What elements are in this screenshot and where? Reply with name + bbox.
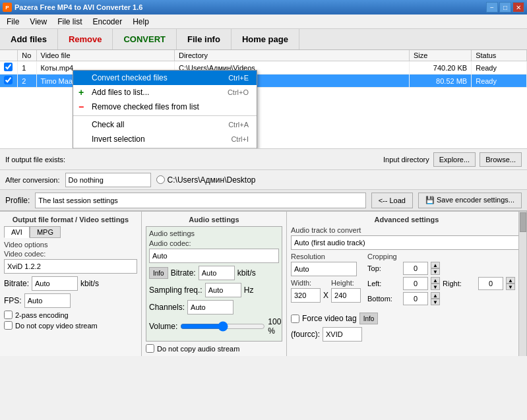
volume-slider[interactable]	[180, 321, 265, 332]
convert-button[interactable]: CONVERT	[113, 29, 177, 49]
no-copy-audio-label: Do not copy audio stream	[157, 345, 239, 353]
video-codec-label: Video codec:	[4, 250, 137, 258]
radio-input-dir[interactable]	[156, 175, 165, 184]
ctx-convert-checked[interactable]: Convert checked files Ctrl+E	[73, 71, 257, 85]
ctx-convert-label: Convert checked files	[92, 73, 168, 82]
tab-avi[interactable]: AVI	[4, 226, 30, 238]
ctx-invert-selection[interactable]: Invert selection Ctrl+I	[73, 132, 257, 146]
left-input[interactable]	[403, 277, 428, 290]
audio-panel-title: Audio settings	[146, 216, 282, 224]
top-down-button[interactable]: ▼	[431, 268, 440, 275]
output-panel-title: Output file format / Video settings	[4, 216, 137, 224]
menu-view[interactable]: View	[24, 16, 52, 28]
channels-row: Channels: Auto	[149, 300, 279, 315]
after-conversion-row: After conversion: Do nothing Open output…	[0, 170, 527, 190]
maximize-button[interactable]: □	[499, 2, 511, 13]
minus-icon: −	[78, 102, 84, 112]
top-label: Top:	[367, 264, 400, 272]
row-status: Ready	[472, 61, 527, 75]
load-profile-button[interactable]: <-- Load	[371, 193, 413, 208]
x-separator: X	[323, 291, 328, 300]
audio-codec-select[interactable]: Auto	[149, 249, 279, 263]
fps-label: FPS:	[4, 296, 22, 305]
col-header-file: Video file	[36, 50, 174, 61]
row-checkbox-2[interactable]	[4, 76, 13, 84]
bottom-down-button[interactable]: ▼	[431, 299, 440, 305]
plus-icon: +	[78, 87, 84, 98]
bottom-input[interactable]	[403, 292, 428, 305]
right-input[interactable]	[478, 277, 503, 290]
profile-label: Profile:	[5, 196, 30, 205]
fourcc-input[interactable]	[323, 327, 362, 342]
scroll-thumb[interactable]	[520, 212, 526, 232]
browse-button[interactable]: Browse...	[480, 152, 522, 167]
left-down-button[interactable]: ▼	[431, 284, 440, 290]
resolution-select[interactable]: Auto	[291, 262, 357, 276]
ctx-remove-checked[interactable]: − Remove checked files from list	[73, 100, 257, 114]
tab-bar: AVI MPG	[4, 226, 137, 238]
row-no: 1	[18, 61, 36, 75]
ctx-add-files[interactable]: + Add files to list... Ctrl+O	[73, 85, 257, 100]
ctx-add-shortcut: Ctrl+O	[228, 88, 249, 96]
audio-track-label: Audio track to convert	[291, 226, 522, 234]
fps-row: FPS: Auto	[4, 293, 137, 308]
width-label: Width:	[291, 279, 321, 287]
tab-mpg[interactable]: MPG	[30, 226, 61, 238]
force-tag-info-button[interactable]: Info	[359, 313, 379, 324]
right-down-button[interactable]: ▼	[506, 284, 515, 290]
fps-select[interactable]: Auto	[24, 293, 71, 308]
top-up-button[interactable]: ▲	[431, 262, 440, 268]
top-input[interactable]	[403, 262, 428, 275]
scrollbar[interactable]	[518, 212, 526, 356]
menu-encoder[interactable]: Encoder	[87, 16, 127, 28]
height-input[interactable]	[331, 288, 361, 303]
ctx-remove-label: Remove checked files from list	[92, 102, 199, 111]
ctx-check-all[interactable]: Check all Ctrl+A	[73, 117, 257, 132]
menu-filelist[interactable]: File list	[52, 16, 87, 28]
explore-button[interactable]: Explore...	[433, 152, 476, 167]
menu-help[interactable]: Help	[127, 16, 154, 28]
ctx-divider-2	[73, 148, 257, 148]
radio-group: C:\Users\Админ\Desktop	[156, 175, 256, 185]
file-info-button[interactable]: File info	[177, 29, 232, 49]
output-exists-label: If output file exists:	[5, 156, 65, 164]
menu-file[interactable]: File	[1, 16, 24, 28]
two-pass-checkbox[interactable]	[4, 311, 13, 319]
bottom-up-button[interactable]: ▲	[431, 292, 440, 299]
home-page-button[interactable]: Home page	[232, 29, 299, 49]
audio-bitrate-select[interactable]: Auto	[199, 266, 235, 280]
add-files-button[interactable]: Add files	[0, 29, 58, 49]
minimize-button[interactable]: −	[486, 2, 498, 13]
wh-row: Width: X Height:	[291, 279, 361, 303]
audio-settings-label: Audio settings	[149, 229, 279, 237]
ctx-check-all-label: Check all	[92, 120, 124, 129]
ctx-check-all-shortcut: Ctrl+A	[228, 121, 249, 129]
width-input[interactable]	[291, 288, 321, 303]
sampling-select[interactable]: Auto	[205, 283, 241, 297]
row-checkbox-1[interactable]	[4, 63, 13, 71]
audio-bitrate-unit: kbit/s	[237, 268, 256, 278]
after-conversion-select[interactable]: Do nothing Open output folder Shutdown	[65, 173, 151, 187]
right-up-button[interactable]: ▲	[506, 277, 515, 284]
bitrate-select[interactable]: Auto	[32, 276, 78, 291]
save-encoder-button[interactable]: 💾 Save encoder settings...	[418, 193, 522, 208]
profile-select[interactable]: The last session settings	[35, 193, 365, 208]
row-size: 740.20 KB	[409, 61, 471, 75]
no-copy-audio-checkbox[interactable]	[146, 344, 154, 353]
channels-select[interactable]: Auto	[187, 300, 233, 315]
video-codec-select[interactable]: XviD 1.2.2	[4, 259, 137, 274]
two-pass-label: 2-pass encoding	[15, 311, 69, 319]
profile-row: Profile: The last session settings <-- L…	[0, 190, 527, 211]
audio-info-button[interactable]: Info	[149, 267, 168, 279]
force-video-tag-checkbox[interactable]	[291, 315, 299, 323]
left-up-button[interactable]: ▲	[431, 277, 440, 284]
audio-track-select[interactable]: Auto (first audio track)	[291, 235, 522, 250]
audio-panel: Audio settings Audio settings Audio code…	[142, 212, 287, 356]
fourcc-label: (fourcc):	[291, 330, 320, 339]
after-conversion-label: After conversion:	[5, 176, 60, 184]
ctx-invert-shortcut: Ctrl+I	[231, 135, 249, 143]
no-copy-video-checkbox[interactable]	[4, 321, 13, 330]
close-button[interactable]: ✕	[512, 2, 524, 13]
remove-button[interactable]: Remove	[58, 29, 113, 49]
bottom-label: Bottom:	[367, 295, 400, 303]
